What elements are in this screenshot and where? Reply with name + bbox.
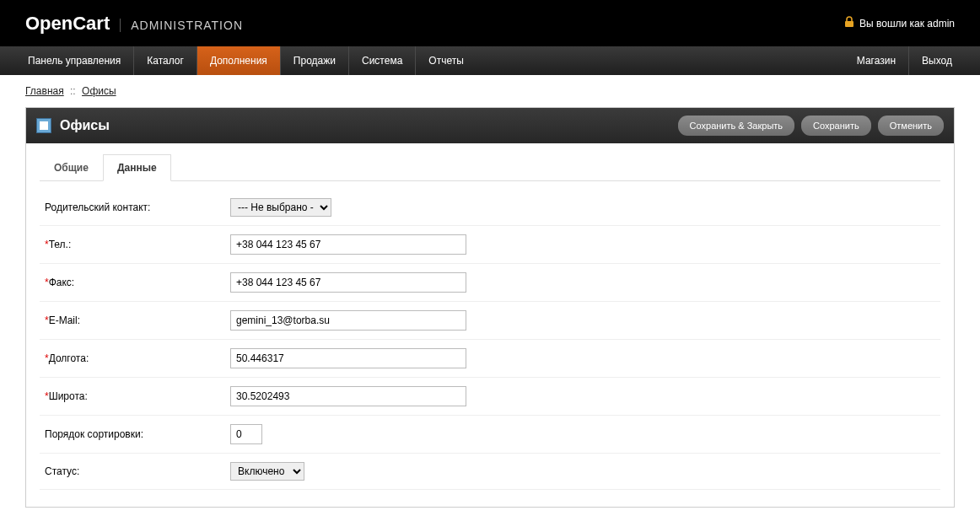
input-tel[interactable] [230, 234, 466, 255]
row-lat: *Широта: [40, 378, 940, 416]
cancel-button[interactable]: Отменить [878, 116, 944, 136]
menu-right: Магазин Выход [844, 46, 965, 75]
select-status[interactable]: Включено [230, 462, 304, 481]
breadcrumb-current[interactable]: Офисы [82, 85, 116, 97]
menu-item-dashboard[interactable]: Панель управления [15, 46, 134, 75]
panel-actions: Сохранить & Закрыть Сохранить Отменить [678, 116, 944, 136]
menu-left: Панель управления Каталог Дополнения Про… [15, 46, 477, 75]
login-info: Вы вошли как admin [844, 16, 955, 30]
module-icon [36, 118, 51, 133]
input-email[interactable] [230, 310, 466, 331]
row-parent: Родительский контакт: --- Не выбрано --- [40, 190, 940, 226]
tab-data[interactable]: Данные [103, 154, 171, 181]
select-parent[interactable]: --- Не выбрано --- [230, 198, 331, 217]
input-lat[interactable] [230, 386, 466, 406]
menu-item-extensions[interactable]: Дополнения [197, 46, 281, 75]
label-lat: *Широта: [40, 378, 225, 416]
form-table: Родительский контакт: --- Не выбрано ---… [40, 190, 940, 490]
logo-sub: ADMINISTRATION [120, 19, 243, 32]
lock-icon [844, 16, 854, 30]
menu-item-reports[interactable]: Отчеты [416, 46, 476, 75]
tabs: Общие Данные [40, 153, 940, 181]
save-close-button[interactable]: Сохранить & Закрыть [678, 116, 794, 136]
input-fax[interactable] [230, 272, 466, 293]
label-status: Статус: [40, 454, 225, 490]
breadcrumb-sep: :: [70, 85, 76, 97]
menu-item-system[interactable]: Система [349, 46, 416, 75]
panel-title-wrap: Офисы [36, 118, 110, 133]
label-fax: *Факс: [40, 264, 225, 302]
svg-rect-0 [845, 21, 853, 27]
row-email: *E-Mail: [40, 302, 940, 340]
label-tel: *Тел.: [40, 226, 225, 264]
row-fax: *Факс: [40, 264, 940, 302]
row-status: Статус: Включено [40, 454, 940, 490]
logo-area: OpenCart ADMINISTRATION [25, 13, 243, 35]
panel-header: Офисы Сохранить & Закрыть Сохранить Отме… [26, 108, 954, 143]
row-lon: *Долгота: [40, 340, 940, 378]
breadcrumb-home[interactable]: Главная [25, 85, 64, 97]
row-sort: Порядок сортировки: [40, 416, 940, 454]
breadcrumb: Главная :: Офисы [0, 75, 980, 107]
panel-title: Офисы [60, 118, 110, 133]
tab-general[interactable]: Общие [40, 154, 103, 181]
logo-main: OpenCart [25, 13, 110, 35]
menu-item-store[interactable]: Магазин [844, 46, 909, 75]
label-sort: Порядок сортировки: [40, 416, 225, 454]
menu-item-sales[interactable]: Продажи [281, 46, 349, 75]
label-lon: *Долгота: [40, 340, 225, 378]
panel-body: Общие Данные Родительский контакт: --- Н… [26, 143, 954, 507]
menu-item-catalog[interactable]: Каталог [134, 46, 197, 75]
login-text: Вы вошли как admin [859, 18, 955, 30]
input-lon[interactable] [230, 348, 466, 368]
label-parent: Родительский контакт: [40, 190, 225, 226]
top-bar: OpenCart ADMINISTRATION Вы вошли как adm… [0, 0, 980, 46]
menu-item-logout[interactable]: Выход [909, 46, 965, 75]
save-button[interactable]: Сохранить [801, 116, 871, 136]
row-tel: *Тел.: [40, 226, 940, 264]
menu-bar: Панель управления Каталог Дополнения Про… [0, 46, 980, 75]
panel: Офисы Сохранить & Закрыть Сохранить Отме… [25, 107, 955, 508]
label-email: *E-Mail: [40, 302, 225, 340]
input-sort[interactable] [230, 424, 262, 444]
